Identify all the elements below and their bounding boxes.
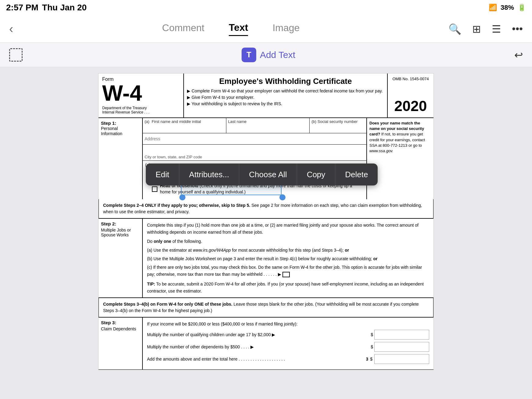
- add-text-button[interactable]: T Add Text: [242, 48, 295, 62]
- tab-text[interactable]: Text: [229, 22, 248, 36]
- step2-label: Step 2: Multiple Jobs or Spouse Works: [99, 219, 143, 297]
- ssn-cell: (b) Social security number: [310, 118, 366, 133]
- step2-content: Complete this step if you (1) hold more …: [143, 219, 433, 297]
- step3-row2-text: Multiply the number of other dependents …: [147, 343, 254, 350]
- ssn-input[interactable]: [311, 124, 365, 132]
- form-instructions: ▶ Complete Form W-4 so that your employe…: [187, 88, 384, 107]
- form-header-right: OMB No. 1545-0074 2020: [388, 74, 433, 117]
- time: 2:57 PM: [6, 3, 38, 13]
- first-name-cell: (a) First name and middle initial: [143, 118, 226, 133]
- add-text-icon: T: [242, 48, 256, 62]
- instruction-3: ▶ Your withholding is subject to review …: [187, 101, 384, 107]
- dollar-sign-2: $: [371, 343, 373, 350]
- search-icon[interactable]: 🔍: [448, 23, 461, 35]
- toolbar-actions: 🔍 ⊞ ☰ •••: [448, 23, 523, 35]
- tab-comment[interactable]: Comment: [162, 22, 204, 35]
- step2-sublabel: Multiple Jobs or Spouse Works: [101, 228, 140, 237]
- step3-number: Step 3:: [101, 320, 140, 325]
- context-edit-button[interactable]: Edit: [146, 164, 179, 185]
- address-row: [143, 133, 366, 145]
- step1-sublabel: Personal Information: [101, 126, 122, 136]
- form-title: Employee's Withholding Certificate: [187, 77, 384, 86]
- context-delete-button[interactable]: Delete: [335, 164, 378, 185]
- grid-icon[interactable]: ⊞: [472, 23, 481, 35]
- warning-text: Complete Steps 2–4 ONLY if they apply to…: [103, 203, 422, 214]
- step3-row3-input: 3 $: [366, 354, 429, 364]
- city-placeholder: City or town, state, and ZIP code: [145, 155, 202, 159]
- wifi-icon: 📶: [489, 4, 497, 12]
- instruction-2: ▶ Give Form W-4 to your employer.: [187, 94, 384, 101]
- context-menu: Edit Attributes... Choose All Copy Delet…: [146, 164, 378, 185]
- form-header-left: Form W-4 Department of the TreasuryInter…: [99, 74, 184, 117]
- step2-note-section: Complete Steps 3–4(b) on Form W-4 for on…: [99, 298, 433, 317]
- add-text-label: Add Text: [260, 50, 295, 60]
- omb-number: OMB No. 1545-0074: [392, 77, 429, 81]
- list-icon[interactable]: ☰: [492, 23, 501, 35]
- step2-do: Do only one of the following.: [147, 238, 429, 245]
- form-header: Form W-4 Department of the TreasuryInter…: [99, 74, 433, 118]
- ssn-note: Does your name match the name on your so…: [366, 118, 433, 199]
- ssn-label: (b) Social security number: [311, 119, 365, 124]
- step3-content: If your income will be $200,000 or less …: [143, 318, 433, 369]
- first-name-input[interactable]: [145, 124, 224, 132]
- step1-number: Step 1:: [101, 120, 116, 126]
- battery: 38%: [501, 4, 514, 12]
- step3-row2-input: $: [371, 342, 429, 352]
- dollar-sign-3: $: [370, 356, 372, 362]
- dollar-sign-1: $: [371, 331, 373, 338]
- selection-handle-left[interactable]: [179, 194, 185, 200]
- step3-section: Step 3: Claim Dependents If your income …: [99, 317, 433, 370]
- step3-sublabel: Claim Dependents: [101, 326, 140, 331]
- step1-label: Step 1: Personal Information: [99, 118, 143, 199]
- more-icon[interactable]: •••: [512, 23, 523, 35]
- tab-image[interactable]: Image: [272, 22, 300, 35]
- warning-section: Complete Steps 2–4 ONLY if they apply to…: [99, 199, 433, 218]
- step2-b: (b) Use the Multiple Jobs Worksheet on p…: [147, 255, 429, 262]
- city-row: City or town, state, and ZIP code: [143, 145, 366, 161]
- tax-year: 2020: [394, 98, 427, 114]
- city-input[interactable]: [145, 146, 365, 154]
- step2-a: (a) Use the estimator at www.irs.gov/W4A…: [147, 247, 429, 253]
- back-button[interactable]: ‹: [9, 22, 13, 36]
- last-name-input[interactable]: [228, 124, 308, 132]
- field-a-label: (a) First name and middle initial: [145, 119, 224, 124]
- step3-row1-text: Multiply the number of qualifying childr…: [147, 331, 275, 338]
- toolbar-tabs: Comment Text Image: [162, 22, 300, 36]
- status-bar: 2:57 PM Thu Jan 20 📶 38% 🔋: [0, 0, 532, 15]
- checkbox-hoh[interactable]: [152, 186, 157, 192]
- step3-row3-text: Add the amounts above and enter the tota…: [147, 356, 285, 362]
- form-id: W-4: [102, 82, 180, 104]
- step3-row3-num: 3: [366, 356, 368, 362]
- context-copy-button[interactable]: Copy: [297, 164, 336, 185]
- text-icon-label: T: [246, 50, 251, 59]
- step1-fields: (a) First name and middle initial Last n…: [143, 118, 366, 199]
- toolbar-left: ‹: [9, 22, 13, 36]
- checkbox-twojobs[interactable]: [282, 272, 290, 277]
- battery-icon: 🔋: [518, 4, 526, 12]
- document-area: Edit Attributes... Choose All Copy Delet…: [0, 67, 532, 376]
- step2-section: Step 2: Multiple Jobs or Spouse Works Co…: [99, 218, 433, 298]
- last-name-label: Last name: [228, 119, 308, 124]
- undo-button[interactable]: ↩: [514, 49, 523, 61]
- address-input[interactable]: [145, 135, 365, 143]
- department-label: Department of the TreasuryInternal Reven…: [102, 106, 180, 114]
- step3-row1-input: $: [371, 330, 429, 340]
- step2-tip: TIP: To be accurate, submit a 2020 Form …: [147, 281, 429, 294]
- year-bold: 20: [411, 98, 427, 114]
- context-chooseall-button[interactable]: Choose All: [239, 164, 297, 185]
- total-dependents-input[interactable]: [374, 354, 429, 364]
- step3-row1: Multiply the number of qualifying childr…: [147, 330, 429, 340]
- status-bar-left: 2:57 PM Thu Jan 20: [6, 3, 87, 13]
- other-dependents-input[interactable]: [374, 342, 429, 352]
- form-w4: Edit Attributes... Choose All Copy Delet…: [98, 73, 434, 370]
- selection-handle-right[interactable]: [279, 194, 286, 200]
- children-amount-input[interactable]: [374, 330, 429, 340]
- step1-header: Step 1: Personal Information (a) First n…: [99, 118, 433, 199]
- ssn-note-text: Does your name match the name on your so…: [369, 121, 425, 153]
- selection-tool-icon[interactable]: [9, 48, 23, 62]
- step3-row2: Multiply the number of other dependents …: [147, 342, 429, 352]
- context-attributes-button[interactable]: Attributes...: [179, 164, 239, 185]
- instruction-1: ▶ Complete Form W-4 so that your employe…: [187, 88, 384, 94]
- form-header-center: Employee's Withholding Certificate ▶ Com…: [184, 74, 388, 117]
- step2-number: Step 2:: [101, 221, 140, 226]
